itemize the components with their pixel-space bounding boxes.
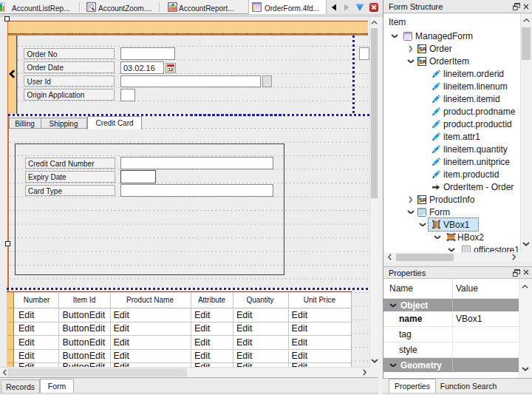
svg-text:12: 12 bbox=[168, 66, 173, 71]
svg-text:SR: SR bbox=[420, 58, 426, 64]
svg-text:SR: SR bbox=[420, 46, 426, 51]
svg-text:SR: SR bbox=[420, 197, 426, 202]
